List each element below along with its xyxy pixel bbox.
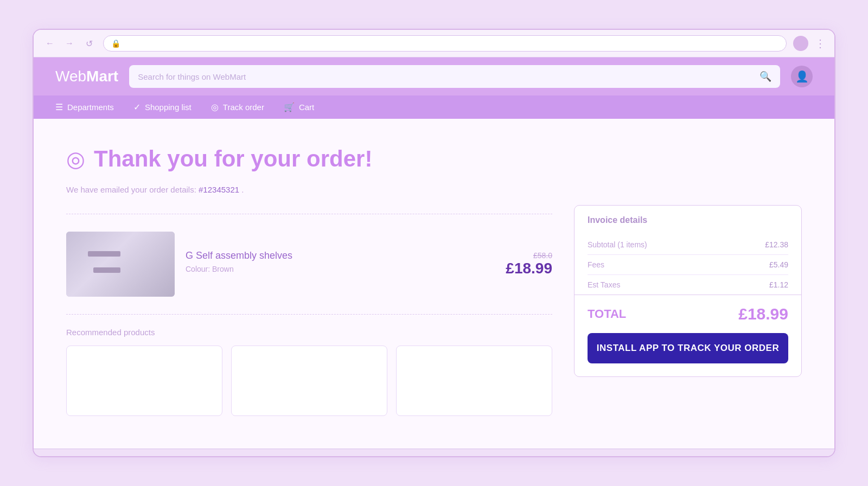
product-image-inner (66, 232, 175, 297)
invoice-row-subtotal: Subtotal (1 items) £12.38 (588, 235, 788, 255)
back-button[interactable]: ← (42, 36, 58, 51)
cart-label: Cart (299, 103, 314, 112)
logo-mart: Mart (86, 68, 118, 85)
content-grid: G Self assembly shelves Colour: Brown £5… (66, 205, 802, 416)
departments-label: Departments (67, 103, 114, 112)
fees-label: Fees (588, 260, 604, 269)
page-title: Thank you for your order! (94, 146, 372, 172)
browser-chrome: ← → ↺ 🔒 ⋮ (34, 30, 834, 57)
invoice-row-fees: Fees £5.49 (588, 255, 788, 275)
recommended-label: Recommended products (66, 328, 552, 337)
price-current: £18.99 (506, 260, 552, 277)
user-avatar[interactable]: 👤 (791, 66, 813, 87)
product-name: G Self assembly shelves (186, 250, 495, 261)
fees-amount: £5.49 (769, 260, 788, 269)
recommended-grid (66, 346, 552, 416)
taxes-amount: £1.12 (769, 280, 788, 289)
browser-menu-icon[interactable]: ⋮ (815, 37, 826, 50)
lock-icon: 🔒 (111, 39, 120, 48)
search-bar[interactable]: 🔍 (129, 65, 780, 88)
taxes-label: Est Taxes (588, 280, 620, 289)
search-input[interactable] (138, 72, 754, 81)
subtotal-label: Subtotal (1 items) (588, 240, 647, 249)
url-input[interactable] (125, 39, 778, 48)
product-details: G Self assembly shelves Colour: Brown (186, 250, 495, 279)
subtotal-amount: £12.38 (765, 240, 788, 249)
logo-web: Web (55, 68, 86, 85)
track-order-icon: ◎ (211, 102, 219, 112)
invoice-panel: Invoice details Subtotal (1 items) £12.3… (574, 205, 802, 377)
address-bar[interactable]: 🔒 (103, 35, 787, 52)
nav-bar: ☰ Departments ✓ Shopping list ◎ Track or… (34, 95, 834, 119)
top-divider (66, 214, 552, 214)
product-colour: Colour: Brown (186, 265, 495, 273)
product-price: £58.0 £18.99 (506, 251, 552, 277)
order-email-text: We have emailed your order details: #123… (66, 185, 802, 194)
departments-icon: ☰ (55, 102, 63, 112)
nav-shopping-list[interactable]: ✓ Shopping list (133, 102, 192, 112)
rec-card-2 (231, 346, 387, 416)
total-amount: £18.99 (738, 305, 788, 323)
site-header: WebMart 🔍 👤 (34, 57, 834, 95)
cart-icon: 🛒 (284, 102, 295, 112)
shopping-list-label: Shopping list (145, 103, 192, 112)
rec-card-3 (396, 346, 552, 416)
nav-departments[interactable]: ☰ Departments (55, 102, 114, 112)
invoice-body: Subtotal (1 items) £12.38 Fees £5.49 Est… (575, 235, 801, 295)
invoice-row-taxes: Est Taxes £1.12 (588, 275, 788, 295)
track-order-label: Track order (223, 103, 264, 112)
install-app-button[interactable]: INSTALL APP TO TRACK YOUR ORDER (588, 333, 788, 363)
bottom-divider (66, 314, 552, 315)
nav-track-order[interactable]: ◎ Track order (211, 102, 264, 112)
site-logo[interactable]: WebMart (55, 68, 118, 85)
browser-right-controls: ⋮ (793, 36, 826, 51)
browser-circle-icon (793, 36, 808, 51)
thank-you-heading: ◎ Thank you for your order! (66, 146, 802, 172)
product-image (66, 232, 175, 297)
shopping-list-icon: ✓ (133, 102, 141, 112)
total-label: TOTAL (588, 307, 626, 321)
price-original: £58.0 (506, 251, 552, 260)
invoice-header: Invoice details (575, 206, 801, 235)
nav-cart[interactable]: 🛒 Cart (284, 102, 314, 112)
refresh-button[interactable]: ↺ (81, 36, 97, 51)
order-left-column: G Self assembly shelves Colour: Brown £5… (66, 205, 552, 416)
invoice-total-row: TOTAL £18.99 (575, 295, 801, 333)
order-number-link[interactable]: #12345321 (199, 185, 239, 194)
user-icon: 👤 (795, 70, 809, 83)
thank-you-icon: ◎ (66, 146, 85, 171)
rec-card-1 (66, 346, 222, 416)
order-item: G Self assembly shelves Colour: Brown £5… (66, 223, 552, 305)
bottom-bar (34, 449, 834, 456)
search-icon[interactable]: 🔍 (760, 71, 771, 82)
forward-button[interactable]: → (62, 36, 77, 51)
main-content: ◎ Thank you for your order! We have emai… (34, 119, 834, 449)
browser-frame: ← → ↺ 🔒 ⋮ WebMart 🔍 👤 ☰ Departments (33, 29, 835, 457)
browser-nav-buttons: ← → ↺ (42, 36, 97, 51)
